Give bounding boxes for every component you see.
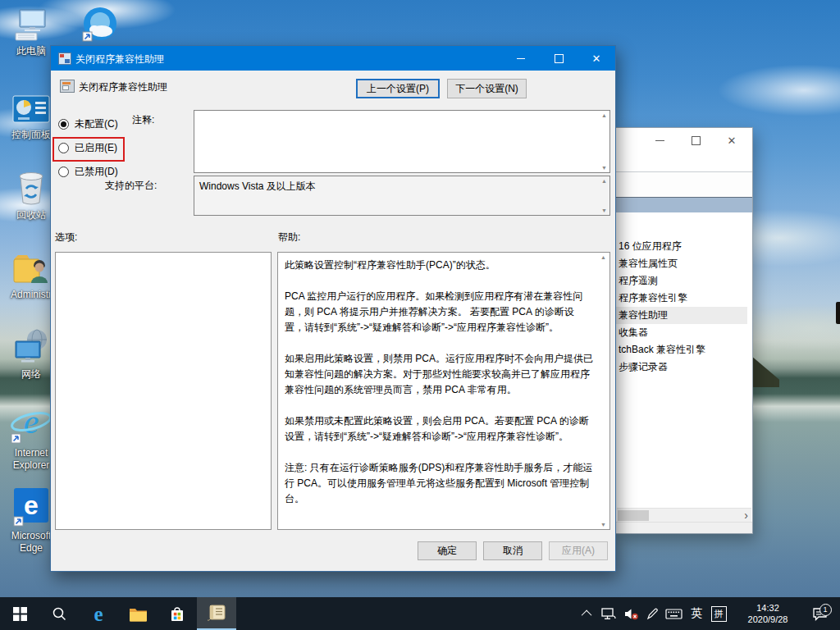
group-policy-editor-window: ✕ 16 位应用程序 兼容性属性页 程序遥测 程序兼容性引擎 兼容性助理 收集器…	[615, 127, 753, 534]
scroll-down-icon[interactable]: ▼	[600, 522, 606, 527]
policy-setting-heading: 关闭程序兼容性助理	[79, 80, 167, 94]
list-item[interactable]: 兼容性属性页	[616, 255, 747, 272]
list-item[interactable]: 程序兼容性引擎	[616, 290, 747, 307]
radio-button-icon[interactable]	[58, 167, 69, 177]
mouse-cursor	[836, 302, 840, 324]
dialog-titlebar[interactable]: 关闭程序兼容性助理 ✕	[51, 46, 615, 71]
scroll-right-icon[interactable]: ›	[744, 509, 748, 523]
list-item[interactable]: 步骤记录器	[616, 358, 747, 376]
network-status-icon	[601, 608, 616, 620]
file-explorer-icon	[129, 606, 148, 622]
microsoft-store-icon	[169, 605, 185, 623]
tray-volume-muted[interactable]	[620, 597, 641, 630]
comment-input[interactable]: ▲ ▼	[194, 110, 610, 173]
desktop-icon-browser-shortcut[interactable]	[71, 5, 130, 43]
gpedit-settings-list: 16 位应用程序 兼容性属性页 程序遥测 程序兼容性引擎 兼容性助理 收集器 t…	[616, 212, 752, 497]
gpedit-titlebar[interactable]: ✕	[616, 128, 752, 156]
tray-network[interactable]	[599, 597, 619, 630]
ok-button[interactable]: 确定	[418, 541, 477, 560]
gpedit-minimize-button[interactable]	[644, 128, 675, 153]
scroll-up-icon[interactable]: ▲	[601, 112, 607, 118]
list-item[interactable]: 程序遥测	[616, 272, 747, 290]
policy-setting-dialog: 关闭程序兼容性助理 ✕ 关闭程序兼容性助理 上一个设置(P) 下一个设置(N) …	[50, 45, 616, 572]
taskbar-file-explorer-button[interactable]	[118, 597, 158, 630]
help-label: 帮助:	[278, 231, 300, 244]
tray-ime-language[interactable]: 英	[687, 597, 705, 630]
pen-icon	[646, 608, 659, 620]
scroll-down-icon[interactable]: ▼	[601, 165, 607, 171]
chevron-up-icon	[581, 609, 591, 620]
minimize-icon	[655, 140, 664, 141]
radio-disabled[interactable]: 已禁用(D)	[58, 165, 118, 179]
notification-count-badge: 1	[819, 604, 832, 616]
horizontal-scrollbar[interactable]: ›	[617, 508, 751, 523]
tray-show-hidden-icons[interactable]	[579, 597, 596, 630]
maximize-icon	[555, 54, 564, 63]
tray-windows-ink[interactable]	[643, 597, 661, 630]
taskbar: e	[0, 597, 840, 630]
tray-clock[interactable]: 14:32 2020/9/28	[733, 597, 802, 630]
close-icon: ✕	[728, 135, 737, 146]
tray-ime-mode[interactable]: 拼	[709, 597, 728, 630]
windows-logo-icon	[13, 607, 27, 621]
dialog-title: 关闭程序兼容性助理	[75, 52, 164, 66]
scroll-up-icon[interactable]: ▲	[600, 254, 606, 260]
dialog-app-icon	[58, 52, 71, 65]
gpedit-toolbar	[616, 172, 752, 196]
taskbar-edge-button[interactable]: e	[79, 597, 118, 630]
cancel-button[interactable]: 取消	[483, 541, 542, 560]
gpedit-maximize-button[interactable]	[680, 128, 711, 153]
keyboard-icon	[665, 608, 682, 620]
next-setting-button[interactable]: 下一个设置(N)	[447, 79, 527, 98]
options-label: 选项:	[55, 231, 77, 244]
gpedit-status-bar	[616, 522, 752, 533]
tray-action-center[interactable]: 1	[807, 597, 832, 630]
radio-label: 未配置(C)	[75, 117, 118, 131]
scrollbar-thumb[interactable]	[618, 510, 649, 521]
start-button[interactable]	[0, 597, 39, 630]
dialog-close-button[interactable]: ✕	[578, 46, 615, 71]
comment-label: 注释:	[132, 113, 154, 127]
scroll-down-icon[interactable]: ▼	[601, 208, 607, 213]
dialog-minimize-button[interactable]	[502, 46, 540, 71]
apply-button: 应用(A)	[549, 541, 608, 560]
maximize-icon	[692, 136, 701, 145]
svg-text:e: e	[24, 491, 39, 520]
search-icon	[52, 606, 66, 621]
edge-icon: e	[94, 604, 103, 624]
taskbar-gpedit-button-active[interactable]	[197, 597, 236, 630]
screen: 此电脑 控制面板	[0, 0, 840, 630]
supported-on-box: Windows Vista 及以上版本 ▲ ▼	[194, 176, 610, 216]
list-item[interactable]: 16 位应用程序	[616, 238, 747, 255]
this-pc-icon	[2, 5, 61, 43]
supported-on-scrollbar[interactable]: ▲ ▼	[599, 176, 609, 215]
dialog-maximize-button[interactable]	[540, 46, 578, 71]
tray-touch-keyboard[interactable]	[663, 597, 684, 630]
radio-label: 已禁用(D)	[75, 165, 118, 179]
tray-time: 14:32	[756, 602, 779, 614]
taskbar-store-button[interactable]	[158, 597, 197, 630]
previous-setting-button[interactable]: 上一个设置(P)	[356, 79, 440, 98]
taskbar-search-button[interactable]	[39, 597, 79, 630]
red-highlight-box	[52, 137, 125, 162]
list-item[interactable]: tchBack 兼容性引擎	[616, 341, 747, 358]
supported-on-value: Windows Vista 及以上版本	[199, 180, 596, 194]
radio-not-configured[interactable]: 未配置(C)	[58, 117, 118, 131]
radio-button-icon[interactable]	[58, 119, 69, 130]
group-policy-scroll-icon	[207, 605, 227, 622]
list-item[interactable]: 收集器	[616, 324, 747, 341]
help-scrollbar[interactable]: ▲ ▼	[598, 254, 609, 527]
tray-date: 2020/9/28	[748, 614, 788, 625]
policy-setting-icon	[60, 80, 75, 93]
gpedit-list-column-header[interactable]	[616, 197, 752, 213]
supported-on-label: 支持的平台:	[105, 179, 157, 193]
pinyin-ime-icon: 拼	[711, 606, 727, 622]
list-item-selected[interactable]: 兼容性助理	[616, 307, 747, 324]
browser-icon	[71, 5, 130, 43]
close-icon: ✕	[592, 52, 601, 65]
comment-scrollbar[interactable]: ▲ ▼	[599, 111, 609, 172]
gpedit-close-button[interactable]: ✕	[716, 128, 747, 153]
svg-text:e: e	[24, 403, 39, 441]
help-text: 此策略设置控制“程序兼容性助手(PCA)”的状态。 PCA 监控用户运行的应用程…	[285, 258, 593, 524]
scroll-up-icon[interactable]: ▲	[601, 178, 607, 184]
